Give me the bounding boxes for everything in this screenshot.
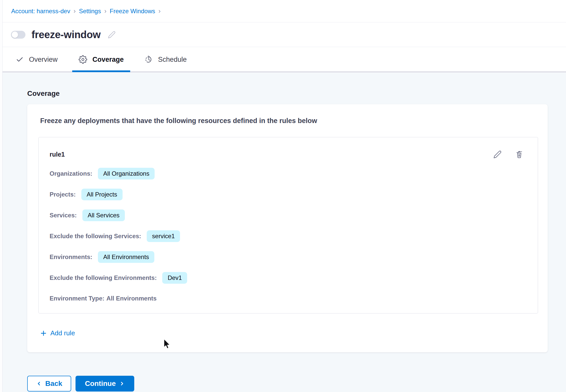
- value-chip: All Projects: [81, 189, 123, 200]
- value-chip: Dev1: [162, 272, 187, 284]
- row-label: Environments:: [50, 253, 92, 261]
- check-icon: [16, 56, 24, 64]
- section-title: Coverage: [27, 89, 566, 98]
- tab-coverage[interactable]: Coverage: [72, 47, 130, 72]
- row-label: Services:: [50, 212, 77, 219]
- tab-bar: Overview Coverage Schedule: [0, 47, 566, 72]
- left-edge-divider: [0, 0, 3, 392]
- row-label: Environment Type:: [50, 295, 105, 302]
- tab-overview[interactable]: Overview: [9, 47, 64, 72]
- rule-row-environment-type: Environment Type:All Environments: [50, 295, 524, 302]
- value-chip: All Services: [82, 209, 125, 221]
- add-rule-button[interactable]: Add rule: [40, 329, 75, 337]
- rule-name: rule1: [50, 150, 65, 159]
- breadcrumb-separator: ›: [73, 7, 76, 15]
- trash-icon: [515, 150, 524, 159]
- pencil-icon: [108, 31, 116, 39]
- continue-label: Continue: [85, 380, 116, 388]
- coverage-card: Freeze any deployments that have the fol…: [27, 104, 548, 352]
- breadcrumb-separator: ›: [158, 7, 160, 15]
- breadcrumb: Account: harness-dev › Settings › Freeze…: [0, 0, 566, 22]
- back-label: Back: [45, 380, 62, 388]
- rule-row-projects: Projects: All Projects: [50, 189, 524, 200]
- breadcrumb-separator: ›: [104, 7, 106, 15]
- freeze-enabled-toggle[interactable]: [11, 31, 25, 39]
- title-bar: freeze-window VISUAL YAML: [0, 23, 566, 47]
- rule-row-services: Services: All Services: [50, 209, 524, 221]
- chevron-left-icon: [36, 381, 42, 386]
- edit-rule-button[interactable]: [493, 150, 502, 159]
- add-rule-label: Add rule: [50, 329, 75, 337]
- tab-label: Overview: [29, 56, 58, 64]
- breadcrumb-account-link[interactable]: Account: harness-dev: [11, 8, 70, 15]
- coverage-panel: Coverage Freeze any deployments that hav…: [0, 73, 566, 392]
- value-chip: service1: [147, 230, 180, 242]
- page-title: freeze-window: [32, 29, 101, 40]
- tab-schedule[interactable]: Schedule: [138, 47, 193, 72]
- delete-rule-button[interactable]: [515, 150, 524, 159]
- toggle-knob: [12, 32, 18, 38]
- chevron-right-icon: [119, 381, 125, 386]
- gear-icon: [79, 55, 87, 64]
- value-chip: All Environments: [98, 251, 154, 263]
- rule-row-exclude-environments: Exclude the following Environments: Dev1: [50, 272, 524, 284]
- row-label: Projects:: [50, 191, 76, 198]
- continue-button[interactable]: Continue: [76, 376, 134, 391]
- row-label: Exclude the following Environments:: [50, 274, 157, 281]
- rule-row-exclude-services: Exclude the following Services: service1: [50, 230, 524, 242]
- back-button[interactable]: Back: [27, 376, 71, 391]
- schedule-clock-icon: [145, 55, 153, 64]
- edit-title-button[interactable]: [108, 31, 116, 39]
- row-label: Exclude the following Services:: [50, 233, 141, 240]
- tab-label: Coverage: [93, 56, 124, 64]
- row-value: All Environments: [107, 295, 157, 302]
- tab-label: Schedule: [158, 56, 187, 64]
- rule-row-environments: Environments: All Environments: [50, 251, 524, 263]
- plus-icon: [40, 330, 47, 337]
- coverage-intro-text: Freeze any deployments that have the fol…: [40, 117, 548, 125]
- rule-card: rule1: [38, 137, 538, 313]
- breadcrumb-freeze-windows-link[interactable]: Freeze Windows: [110, 8, 155, 15]
- row-label: Organizations:: [50, 170, 92, 177]
- breadcrumb-settings-link[interactable]: Settings: [79, 8, 101, 15]
- pencil-icon: [493, 150, 502, 159]
- rule-row-organizations: Organizations: All Organizations: [50, 168, 524, 179]
- wizard-footer: Back Continue: [27, 376, 566, 391]
- value-chip: All Organizations: [98, 168, 155, 179]
